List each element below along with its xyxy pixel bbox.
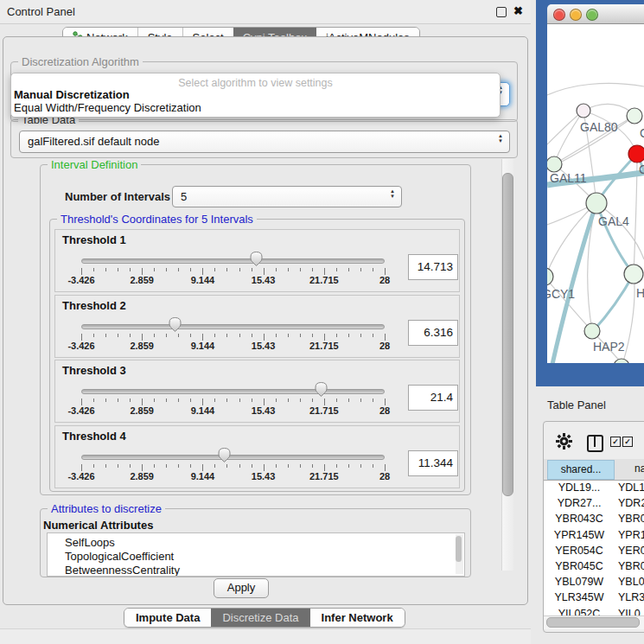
table-row[interactable]: YDR27...YDR2 bbox=[544, 497, 644, 513]
table-row[interactable]: YER054CYER0 bbox=[544, 545, 644, 560]
threshold-label: Threshold 3 bbox=[62, 364, 126, 377]
attribute-item-topologicalcoefficient[interactable]: TopologicalCoefficient bbox=[65, 550, 174, 563]
combo-arrows-icon: ▲▼ bbox=[390, 188, 395, 199]
cell-name[interactable]: YDL1 bbox=[618, 481, 644, 494]
slider-scale-label: 21.715 bbox=[309, 471, 339, 481]
slider-track[interactable] bbox=[81, 455, 385, 460]
slider-track[interactable] bbox=[81, 389, 385, 394]
cell-shared-name[interactable]: YER054C bbox=[545, 545, 613, 557]
close-traffic-light-icon[interactable] bbox=[553, 9, 565, 21]
column-header-shared-name[interactable]: shared... bbox=[547, 460, 615, 480]
list-scrollbar-thumb[interactable] bbox=[456, 536, 462, 562]
threshold-row: Threshold 3-3.4262.8599.14415.4321.71528… bbox=[54, 360, 460, 423]
close-icon[interactable]: ✖ bbox=[513, 4, 523, 17]
table-data-combobox[interactable]: galFiltered.sif default node ▲▼ bbox=[19, 131, 510, 153]
network-node[interactable] bbox=[614, 359, 629, 363]
column-settings-icon[interactable] bbox=[587, 435, 603, 452]
network-node-hap2[interactable] bbox=[584, 323, 600, 339]
number-of-intervals-combobox[interactable]: 5 ▲▼ bbox=[172, 186, 402, 207]
table-row[interactable]: YIL052CYIL0 bbox=[544, 608, 644, 615]
cell-name[interactable]: YDR2 bbox=[618, 497, 644, 509]
slider-scale-label: 28 bbox=[379, 275, 390, 285]
threshold-value-box[interactable]: 14.713 bbox=[408, 254, 458, 280]
cell-shared-name[interactable]: YLR345W bbox=[545, 591, 613, 603]
table-row[interactable]: YDL19...YDL1 bbox=[544, 481, 644, 497]
float-window-icon[interactable] bbox=[496, 7, 507, 17]
checkbox-icon[interactable]: ✓ bbox=[622, 437, 633, 447]
network-window-titlebar[interactable] bbox=[547, 4, 644, 24]
table-row[interactable]: YPR145WYPR1 bbox=[544, 529, 644, 545]
slider-scale-label: 2.859 bbox=[130, 471, 154, 481]
cell-shared-name[interactable]: YIL052C bbox=[545, 608, 613, 615]
gear-icon[interactable] bbox=[556, 433, 572, 450]
popup-option-manual-discretization[interactable]: Manual Discretization bbox=[14, 88, 130, 101]
slider-scale-label: 15.43 bbox=[252, 405, 276, 416]
attribute-item-betweennesscentrality[interactable]: BetweennessCentrality bbox=[65, 564, 180, 577]
slider-scale-label: 9.144 bbox=[191, 405, 215, 416]
cell-name[interactable]: YBR0 bbox=[618, 560, 644, 572]
network-canvas[interactable]: GAL80GACGAL11GAL4GCY1HHAP2 bbox=[547, 24, 644, 363]
slider-thumb[interactable] bbox=[249, 251, 264, 267]
table-row[interactable]: YBL079WYBL0 bbox=[544, 576, 644, 591]
network-node-gcy1[interactable] bbox=[547, 268, 553, 285]
cell-name[interactable]: YIL0 bbox=[618, 608, 641, 615]
popup-option-equal-width-frequency-discretization[interactable]: Equal Width/Frequency Discretization bbox=[14, 101, 201, 114]
slider-thumb[interactable] bbox=[168, 316, 182, 333]
numerical-attributes-list[interactable]: SelfLoopsTopologicalCoefficientBetweenne… bbox=[47, 532, 465, 577]
slider-scale-label: 28 bbox=[379, 341, 390, 351]
tab-discretize-data[interactable]: Discretize Data bbox=[211, 609, 309, 627]
algorithm-popup: Select algorithm to view settings Manual… bbox=[10, 73, 501, 118]
cell-shared-name[interactable]: YBR045C bbox=[545, 560, 613, 572]
cell-shared-name[interactable]: YBL079W bbox=[545, 576, 613, 588]
threshold-value-box[interactable]: 11.344 bbox=[408, 450, 458, 476]
column-header-name[interactable]: na bbox=[615, 460, 644, 478]
number-of-intervals-label: Number of Intervals bbox=[65, 190, 170, 203]
checkbox-icon[interactable]: ✓ bbox=[610, 437, 621, 447]
slider-scale-label: 9.144 bbox=[191, 275, 215, 285]
network-node-h[interactable] bbox=[624, 265, 643, 284]
network-node-gal11[interactable] bbox=[547, 156, 562, 172]
bottom-band bbox=[0, 628, 531, 644]
threshold-label: Threshold 4 bbox=[62, 430, 126, 443]
cell-shared-name[interactable]: YBR043C bbox=[545, 513, 613, 525]
slider-scale-label: 2.859 bbox=[130, 341, 154, 351]
slider-scale-label: 15.43 bbox=[252, 471, 276, 481]
slider-scale-label: -3.426 bbox=[67, 341, 94, 351]
attribute-item-selfloops[interactable]: SelfLoops bbox=[65, 536, 115, 549]
threshold-value-box[interactable]: 6.316 bbox=[408, 320, 458, 346]
network-node-gal4[interactable] bbox=[586, 193, 607, 214]
network-graph: GAL80GACGAL11GAL4GCY1HHAP2 bbox=[547, 24, 644, 363]
slider-scale-label: 21.715 bbox=[309, 275, 339, 285]
cell-shared-name[interactable]: YDL19... bbox=[545, 481, 613, 494]
tab-impute-data[interactable]: Impute Data bbox=[124, 609, 211, 627]
apply-button[interactable]: Apply bbox=[214, 578, 269, 598]
settings-scrollbar-thumb[interactable] bbox=[502, 173, 513, 496]
minimize-traffic-light-icon[interactable] bbox=[570, 9, 582, 21]
cell-name[interactable]: YPR1 bbox=[618, 529, 644, 541]
slider-thumb[interactable] bbox=[217, 447, 232, 463]
table-row[interactable]: YLR345WYLR3 bbox=[544, 591, 644, 607]
cell-name[interactable]: YLR3 bbox=[618, 591, 644, 603]
slider-scale: -3.4262.8599.14415.4321.71528 bbox=[81, 405, 385, 417]
threshold-value-box[interactable]: 21.4 bbox=[408, 385, 458, 411]
network-node-label: GAL4 bbox=[598, 214, 629, 228]
slider-thumb[interactable] bbox=[314, 381, 328, 398]
table-row[interactable]: YBR045CYBR0 bbox=[544, 560, 644, 576]
slider-scale-label: 2.859 bbox=[130, 405, 154, 416]
list-scrollbar[interactable] bbox=[456, 534, 463, 574]
network-node-ga[interactable] bbox=[627, 108, 642, 124]
network-node-c[interactable] bbox=[628, 145, 644, 163]
slider-track[interactable] bbox=[81, 258, 385, 264]
table-scrollbar-thumb[interactable] bbox=[546, 617, 640, 628]
table-row[interactable]: YBR043CYBR0 bbox=[544, 513, 644, 528]
cell-shared-name[interactable]: YDR27... bbox=[545, 497, 613, 509]
tab-infer-network[interactable]: Infer Network bbox=[310, 609, 405, 627]
cell-shared-name[interactable]: YPR145W bbox=[545, 529, 613, 541]
slider-track[interactable] bbox=[81, 324, 385, 329]
slider-scale-label: -3.426 bbox=[67, 471, 94, 481]
cell-name[interactable]: YBL0 bbox=[618, 576, 644, 588]
zoom-traffic-light-icon[interactable] bbox=[586, 9, 598, 21]
cell-name[interactable]: YER0 bbox=[618, 545, 644, 557]
cell-name[interactable]: YBR0 bbox=[618, 513, 644, 525]
network-node-gal80[interactable] bbox=[577, 104, 590, 118]
